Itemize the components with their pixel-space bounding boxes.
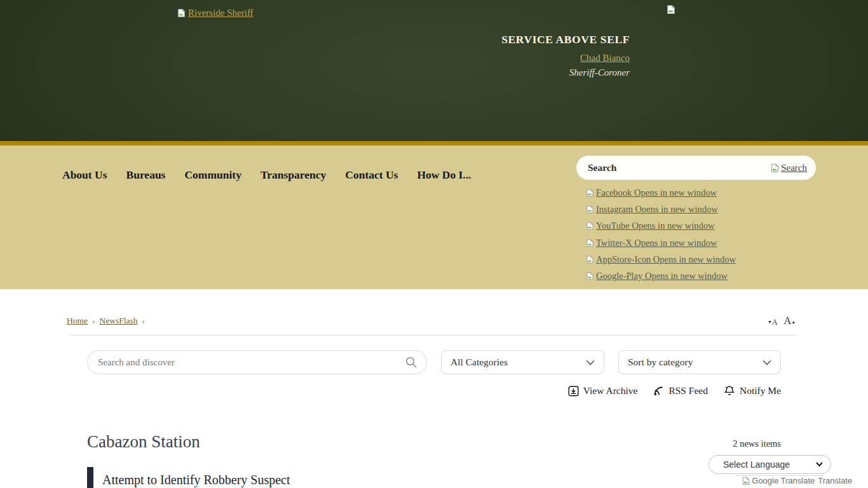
font-size-controls: ▼ A A ▲	[768, 316, 796, 326]
nav-item-about-us[interactable]: About Us	[62, 168, 107, 182]
sheriff-title-text: Sheriff-Coroner	[501, 67, 630, 78]
google-play-icon	[586, 272, 594, 280]
newsflash-actions: View Archive RSS Feed Notif	[568, 385, 781, 396]
gold-divider-stripe	[0, 141, 868, 146]
newsflash-search-input[interactable]	[98, 357, 405, 368]
social-link-twitter-x[interactable]: Twitter-X Opens in new window	[586, 234, 736, 251]
nav-item-how-do-i[interactable]: How Do I...	[417, 168, 471, 182]
nav-band: About Us Bureaus Community Transparency …	[0, 146, 868, 289]
broken-image-icon	[770, 163, 780, 173]
instagram-icon	[586, 205, 594, 214]
motto-text: SERVICE ABOVE SELF	[501, 33, 630, 46]
social-link-appstore[interactable]: AppStore-Icon Opens in new window	[586, 251, 736, 268]
rss-icon	[653, 386, 664, 396]
social-links: Facebook Opens in new window Instagram O…	[586, 184, 736, 285]
news-list-item: Attempt to Identify Robbery Suspect	[87, 467, 290, 488]
site-search-input[interactable]	[588, 162, 770, 173]
chevron-down-icon	[763, 360, 771, 365]
site-header: Riverside Sheriff SERVICE ABOVE SELF Cha…	[0, 0, 868, 141]
sort-dropdown-value: Sort by category	[628, 356, 693, 368]
social-link-instagram[interactable]: Instagram Opens in new window	[586, 201, 736, 217]
view-archive-link[interactable]: View Archive	[568, 385, 638, 396]
triangle-up-icon: ▲	[791, 320, 796, 325]
appstore-icon	[586, 255, 594, 264]
archive-box-icon	[568, 386, 579, 396]
breadcrumb-divider	[70, 335, 796, 336]
categories-dropdown-value: All Categories	[451, 356, 508, 368]
site-logo-link[interactable]: Riverside Sheriff	[177, 8, 254, 18]
google-translate-attribution: Google Translate Translate	[742, 476, 852, 485]
notify-me-link[interactable]: Notify Me	[724, 385, 781, 396]
search-icon[interactable]	[405, 356, 417, 369]
translate-link[interactable]: Translate	[818, 476, 852, 485]
broken-image-icon	[177, 8, 186, 18]
site-search-button-label: Search	[781, 163, 807, 173]
broken-image-icon	[666, 4, 676, 15]
news-item-accent-bar	[87, 467, 93, 488]
increase-font-button[interactable]: A ▲	[784, 316, 796, 326]
rss-feed-link[interactable]: RSS Feed	[653, 385, 708, 396]
news-item-title-link[interactable]: Attempt to Identify Robbery Suspect	[102, 473, 290, 487]
breadcrumb-newsflash-link[interactable]: NewsFlash	[100, 316, 138, 326]
main-nav: About Us Bureaus Community Transparency …	[62, 168, 471, 182]
facebook-icon	[586, 189, 594, 197]
triangle-down-icon: ▼	[768, 320, 772, 325]
social-link-youtube[interactable]: YouTube Opens in new window	[586, 218, 736, 234]
decrease-font-button[interactable]: ▼ A	[768, 318, 778, 326]
chevron-down-icon	[586, 360, 595, 365]
site-search-box: Search	[576, 156, 816, 180]
sheriff-name-link[interactable]: Chad Bianco	[580, 53, 630, 64]
page-title: Cabazon Station	[87, 432, 200, 452]
page: Riverside Sheriff SERVICE ABOVE SELF Cha…	[0, 0, 868, 488]
categories-dropdown[interactable]: All Categories	[441, 350, 604, 374]
social-link-facebook[interactable]: Facebook Opens in new window	[586, 184, 736, 201]
language-select[interactable]: Select Language	[709, 455, 831, 474]
sort-dropdown[interactable]: Sort by category	[618, 350, 781, 374]
twitter-x-icon	[586, 239, 594, 247]
language-select-value: Select Language	[723, 459, 790, 470]
bell-icon	[724, 385, 735, 396]
social-link-google-play[interactable]: Google-Play Opens in new window	[586, 268, 736, 284]
chevron-down-icon	[816, 462, 823, 467]
google-translate-alt-text: Google Translate	[752, 476, 815, 485]
nav-item-contact-us[interactable]: Contact Us	[345, 168, 398, 182]
broken-image-icon	[742, 477, 750, 485]
breadcrumb-home-link[interactable]: Home	[67, 316, 88, 326]
breadcrumb-separator: ›	[92, 316, 95, 326]
site-search-button[interactable]: Search	[770, 163, 807, 173]
news-count: 2 news items	[733, 438, 781, 449]
breadcrumb: Home › NewsFlash ›	[67, 316, 145, 326]
newsflash-search-box	[87, 350, 427, 374]
nav-item-bureaus[interactable]: Bureaus	[126, 168, 166, 182]
logo-alt-text: Riverside Sheriff	[188, 8, 254, 18]
header-text-block: SERVICE ABOVE SELF Chad Bianco Sheriff-C…	[501, 33, 630, 78]
nav-item-community[interactable]: Community	[184, 168, 241, 182]
breadcrumb-separator: ›	[142, 316, 146, 326]
youtube-icon	[586, 222, 594, 230]
nav-item-transparency[interactable]: Transparency	[261, 168, 326, 182]
